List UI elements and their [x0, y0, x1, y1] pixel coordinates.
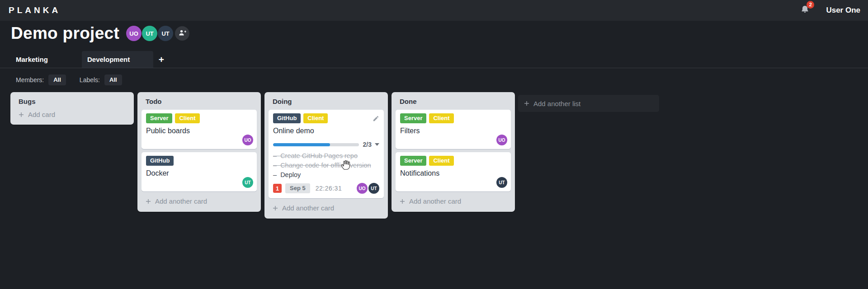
labels-row: Server Client [400, 113, 506, 123]
cards-container: Server Client Public boards UO GitHub Do… [137, 110, 261, 191]
plus-icon [19, 112, 24, 117]
project-title[interactable]: Demo project [11, 24, 119, 43]
cards-container: Server Client Filters UO Server Client N… [392, 110, 515, 191]
board-tabs: Marketing Development + [0, 51, 868, 68]
label-client: Client [429, 113, 453, 123]
person-add-icon [178, 28, 187, 39]
add-card-button[interactable]: Add card [10, 110, 134, 125]
add-card-label: Add another card [155, 197, 207, 205]
user-menu[interactable]: User One [826, 6, 860, 15]
chevron-down-icon[interactable] [375, 143, 379, 146]
member-avatar: UO [242, 135, 253, 145]
label-server: Server [400, 113, 426, 123]
plus-icon [400, 199, 405, 204]
label-client: Client [175, 113, 199, 123]
members-filter-value[interactable]: All [48, 75, 66, 85]
card-notification-badge: 1 [273, 184, 282, 193]
member-avatar: UO [496, 135, 507, 145]
list-name[interactable]: Doing [264, 92, 388, 110]
task-item: Create GitHub Pages repo [273, 152, 379, 159]
card-notifications[interactable]: Server Client Notifications UT [396, 152, 511, 191]
list-done: Done Server Client Filters UO Server Cli… [392, 92, 515, 212]
project-members: UO UT UT [126, 26, 189, 41]
member-avatar[interactable]: UO [126, 26, 142, 41]
notifications-count-badge: 2 [807, 1, 814, 9]
add-board-button[interactable]: + [153, 51, 170, 68]
card-members: UO [241, 135, 253, 145]
add-list-button[interactable]: Add another list [518, 95, 659, 112]
app-logo[interactable]: PLANKA [9, 5, 61, 15]
card-docker[interactable]: GitHub Docker UT [142, 152, 257, 191]
member-avatar: UT [368, 183, 379, 194]
label-server: Server [146, 113, 172, 123]
progress-fill [273, 143, 330, 146]
list-todo: Todo Server Client Public boards UO GitH… [137, 92, 261, 212]
card-title: Public boards [146, 127, 252, 135]
label-github: GitHub [273, 113, 301, 123]
cards-container: GitHub Client Online demo 2/3 Create Git… [264, 110, 388, 198]
list-name[interactable]: Done [392, 92, 515, 110]
labels-row: GitHub Client [273, 113, 379, 123]
labels-row: Server Client [146, 113, 252, 123]
members-filter-label: Members: [16, 76, 44, 84]
member-avatar: UO [357, 183, 368, 194]
notifications-button[interactable]: 2 [800, 5, 810, 17]
add-card-label: Add card [28, 111, 55, 118]
card-members: UO [495, 135, 507, 145]
add-card-button[interactable]: Add another card [264, 198, 388, 219]
card-title: Filters [400, 127, 506, 135]
add-card-label: Add another card [409, 197, 461, 205]
progress-count: 2/3 [363, 141, 372, 148]
card-online-demo[interactable]: GitHub Client Online demo 2/3 Create Git… [269, 110, 384, 198]
member-avatar: UT [496, 177, 507, 188]
plus-icon [146, 199, 151, 204]
task-list: Create GitHub Pages repo Change code for… [273, 152, 379, 178]
list-doing: Doing GitHub Client Online demo 2/3 [264, 92, 388, 219]
list-name[interactable]: Todo [137, 92, 261, 110]
tasks-progress: 2/3 [273, 141, 379, 148]
labels-filter-label: Labels: [80, 76, 100, 84]
filter-bar: Members: All Labels: All [16, 74, 122, 86]
card-members: UO UT [356, 183, 379, 194]
topbar-right: 2 User One [800, 5, 868, 17]
label-client: Client [303, 113, 328, 123]
add-card-button[interactable]: Add another card [137, 191, 261, 212]
top-bar: PLANKA 2 User One [0, 0, 868, 21]
tab-marketing[interactable]: Marketing [10, 51, 82, 68]
card-title: Notifications [400, 169, 506, 177]
add-list-label: Add another list [533, 100, 580, 107]
card-public-boards[interactable]: Server Client Public boards UO [142, 110, 257, 149]
card-footer: 1 Sep 5 22:26:31 UO UT [273, 183, 379, 194]
card-members: UT [495, 177, 507, 188]
label-client: Client [429, 156, 453, 166]
edit-card-button[interactable] [373, 115, 379, 122]
labels-row: GitHub [146, 156, 252, 166]
pencil-icon [373, 115, 379, 122]
member-avatar: UT [242, 177, 253, 188]
plus-icon [524, 101, 529, 106]
card-title: Docker [146, 169, 252, 177]
member-avatar[interactable]: UT [158, 26, 173, 41]
task-item: Deploy [273, 171, 379, 178]
due-date-chip[interactable]: Sep 5 [285, 183, 310, 193]
labels-row: Server Client [400, 156, 506, 166]
add-card-button[interactable]: Add another card [392, 191, 515, 212]
add-member-button[interactable] [175, 26, 189, 41]
list-name[interactable]: Bugs [10, 92, 134, 110]
plus-icon [273, 205, 278, 211]
member-avatar[interactable]: UT [142, 26, 157, 41]
labels-filter-value[interactable]: All [104, 75, 122, 85]
list-bugs: Bugs Add card [10, 92, 134, 125]
label-github: GitHub [146, 156, 174, 166]
task-item: Change code for offline version [273, 162, 379, 169]
board: Bugs Add card Todo Server Client Public … [10, 92, 519, 219]
card-filters[interactable]: Server Client Filters UO [396, 110, 511, 149]
tab-development[interactable]: Development [82, 51, 153, 68]
hand-cursor [340, 159, 352, 171]
project-header: Demo project UO UT UT [11, 24, 189, 43]
card-members: UT [241, 177, 253, 188]
card-title: Online demo [273, 127, 379, 135]
timer-value[interactable]: 22:26:31 [316, 185, 342, 192]
progress-bar [273, 143, 359, 146]
add-card-label: Add another card [282, 204, 334, 212]
